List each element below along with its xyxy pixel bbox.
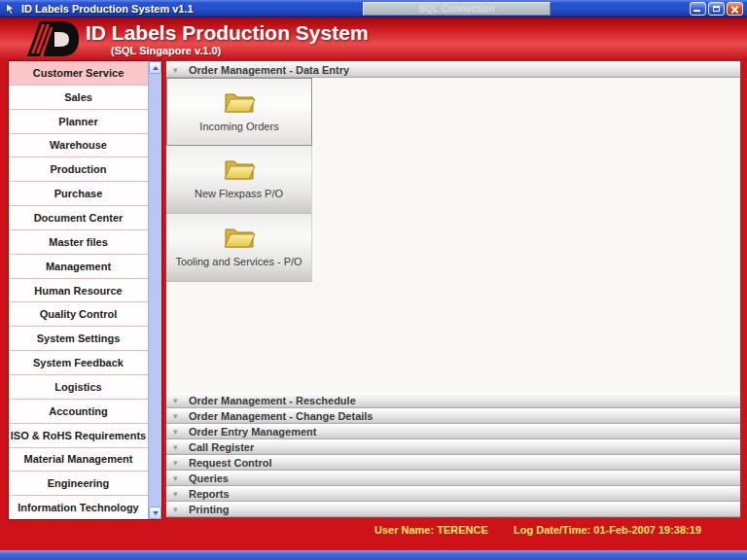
restore-icon <box>713 6 720 12</box>
section-header-order-management-reschedule[interactable]: ▾ Order Management - Reschedule <box>166 393 740 408</box>
sidebar-item-planner[interactable]: Planner <box>9 110 148 134</box>
user-name-label: User Name: <box>374 524 434 536</box>
shortcut-label: Incoming Orders <box>199 121 278 132</box>
folder-icon <box>223 155 256 182</box>
chevron-down-icon: ▾ <box>173 489 185 499</box>
app-title: ID Labels Production System <box>86 21 369 45</box>
sidebar-item-warehouse[interactable]: Warehouse <box>9 134 148 158</box>
sidebar-item-master-files[interactable]: Master files <box>9 230 148 255</box>
chevron-down-icon: ▾ <box>173 396 185 405</box>
status-log-datetime: Log Date/Time: 01-Feb-2007 19:38:19 <box>514 524 701 536</box>
section-header-request-control[interactable]: ▾ Request Control <box>166 455 740 471</box>
folder-icon <box>223 88 256 115</box>
section-header-call-register[interactable]: ▾ Call Register <box>166 439 740 455</box>
section-header-reports[interactable]: ▾ Reports <box>166 486 740 502</box>
shortcut-tooling-and-services-po[interactable]: Tooling and Services - P/O <box>166 214 312 282</box>
collapsed-sections: ▾ Order Management - Reschedule ▾ Order … <box>166 393 740 517</box>
sidebar-item-system-settings[interactable]: System Settings <box>9 327 148 351</box>
shortcut-list: Incoming Orders New Flexpass P/O Tooling… <box>166 78 312 282</box>
section-label: Order Entry Management <box>189 426 316 438</box>
window-bottom-border <box>0 550 747 560</box>
folder-icon <box>223 223 256 250</box>
chevron-down-icon: ▾ <box>173 473 185 483</box>
window-controls <box>690 2 743 16</box>
shortcut-new-flexpass-po[interactable]: New Flexpass P/O <box>166 146 312 214</box>
restore-button[interactable] <box>708 2 725 16</box>
section-header-printing[interactable]: ▾ Printing <box>166 502 740 517</box>
sidebar-item-information-technology[interactable]: Information Technology <box>9 496 148 519</box>
sidebar-item-customer-service[interactable]: Customer Service <box>9 61 148 86</box>
chevron-down-icon: ▾ <box>173 427 185 437</box>
sidebar-item-logistics[interactable]: Logistics <box>9 375 148 400</box>
section-header-order-entry-management[interactable]: ▾ Order Entry Management <box>166 424 740 439</box>
sidebar-item-human-resource[interactable]: Human Resource <box>9 279 148 303</box>
section-label: Call Register <box>189 441 254 453</box>
minimize-button[interactable] <box>690 2 706 16</box>
sidebar-item-material-management[interactable]: Material Management <box>9 448 148 472</box>
shortcut-label: New Flexpass P/O <box>195 188 283 199</box>
section-header-queries[interactable]: ▾ Queries <box>166 471 740 486</box>
sidebar-scrollbar[interactable] <box>148 61 161 519</box>
log-datetime-label: Log Date/Time: <box>514 524 590 536</box>
sidebar-item-accounting[interactable]: Accounting <box>9 400 148 424</box>
log-datetime-value: 01-Feb-2007 19:38:19 <box>593 524 701 536</box>
sidebar-item-system-feedback[interactable]: System Feedback <box>9 351 148 375</box>
scroll-up-button[interactable] <box>149 61 161 74</box>
app-icon <box>5 3 17 15</box>
chevron-down-icon: ▾ <box>173 458 185 468</box>
chevron-down-icon: ▾ <box>173 411 185 421</box>
sidebar-menu: Customer Service Sales Planner Warehouse… <box>9 61 148 519</box>
chevron-down-icon: ▾ <box>173 442 185 452</box>
app-subtitle: (SQL Singapore v.1.0) <box>111 45 221 56</box>
close-button[interactable] <box>727 2 743 16</box>
sidebar-item-iso-rohs-requirements[interactable]: ISO & RoHS Requirements <box>9 424 148 448</box>
sql-connection-button[interactable]: SQL Connection <box>363 2 551 16</box>
user-name-value: TERENCE <box>437 524 488 536</box>
shortcut-label: Tooling and Services - P/O <box>175 256 302 267</box>
chevron-down-icon <box>153 511 159 515</box>
status-user: User Name: TERENCE <box>374 524 488 536</box>
section-label: Reports <box>189 488 230 500</box>
section-label: Request Control <box>189 457 272 469</box>
sidebar-item-document-center[interactable]: Document Center <box>9 206 148 230</box>
chevron-down-icon: ▾ <box>173 65 185 75</box>
sidebar-item-sales[interactable]: Sales <box>9 86 148 110</box>
section-label: Order Management - Data Entry <box>189 64 349 76</box>
sidebar-item-quality-control[interactable]: Quality Control <box>9 302 148 327</box>
chevron-down-icon: ▾ <box>173 505 185 514</box>
section-label: Printing <box>189 504 230 515</box>
id-labels-logo <box>27 20 80 57</box>
sidebar-item-production[interactable]: Production <box>9 158 148 182</box>
sidebar: Customer Service Sales Planner Warehouse… <box>8 60 162 520</box>
main-panel: ▾ Order Management - Data Entry Inc <box>165 60 741 518</box>
section-label: Order Management - Reschedule <box>189 395 356 406</box>
section-label: Queries <box>189 472 229 484</box>
application-window: ID Labels Production System v1.1 SQL Con… <box>0 0 747 560</box>
sidebar-item-engineering[interactable]: Engineering <box>9 472 148 496</box>
sidebar-item-purchase[interactable]: Purchase <box>9 182 148 206</box>
chevron-up-icon <box>153 66 159 70</box>
section-content-data-entry: Incoming Orders New Flexpass P/O Tooling… <box>166 78 740 395</box>
section-header-order-management-change-details[interactable]: ▾ Order Management - Change Details <box>166 408 740 424</box>
section-label: Order Management - Change Details <box>189 410 374 422</box>
close-icon <box>728 3 742 15</box>
minimize-icon <box>694 10 700 12</box>
app-header: ID Labels Production System (SQL Singapo… <box>0 18 747 60</box>
scroll-down-button[interactable] <box>149 507 161 519</box>
sidebar-item-management[interactable]: Management <box>9 255 148 279</box>
window-title: ID Labels Production System v1.1 <box>21 0 194 18</box>
shortcut-incoming-orders[interactable]: Incoming Orders <box>166 78 312 146</box>
section-header-order-management-data-entry[interactable]: ▾ Order Management - Data Entry <box>166 61 740 78</box>
titlebar: ID Labels Production System v1.1 SQL Con… <box>0 0 747 18</box>
